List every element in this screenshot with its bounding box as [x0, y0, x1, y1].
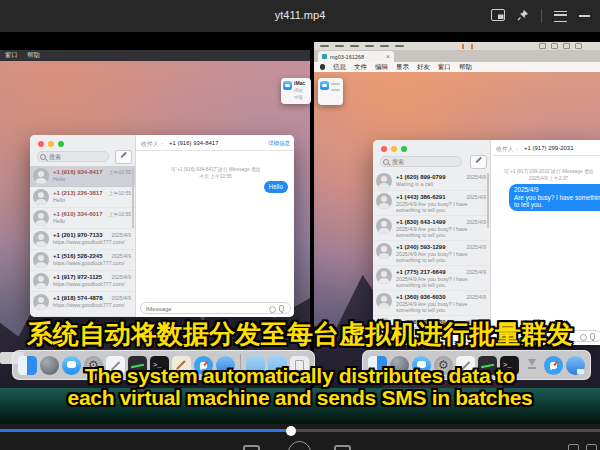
- volume-icon[interactable]: [568, 444, 579, 450]
- apple-logo-icon[interactable]: [320, 64, 325, 70]
- conversation-row[interactable]: +1 (775) 217-6649 2025/4/9 2025/4/9 Are …: [373, 266, 490, 291]
- traffic-lights[interactable]: [381, 146, 407, 152]
- notification-text: [331, 89, 340, 91]
- conversation-row[interactable]: +1 (918) 574-4878 2025/4/9 https://www.g…: [30, 292, 135, 317]
- conversation-row[interactable]: +1 (916) 934-8417 上午10:55 Hello: [30, 166, 135, 187]
- vmware-menu-item[interactable]: [350, 45, 359, 47]
- contact-number: +1 (917) 972-1125: [53, 274, 102, 280]
- fullscreen-icon[interactable]: [586, 444, 597, 450]
- play-pause-icon[interactable]: [288, 441, 311, 450]
- conversation-preview: https://www.goodluck777.com/: [53, 302, 132, 308]
- conversation-row[interactable]: +1 (443) 386-6291 2025/4/9 2025/4/9 Are …: [373, 191, 490, 216]
- search-input[interactable]: [380, 156, 462, 167]
- scrollbar[interactable]: [132, 168, 134, 228]
- conversation-row[interactable]: +1 (830) 643-1499 2025/4/9 2025/4/9 Are …: [373, 216, 490, 241]
- vm-layout-icon[interactable]: [551, 43, 558, 49]
- conversation-preview: Hello: [53, 197, 132, 203]
- emoji-icon[interactable]: [269, 306, 276, 313]
- menu-item[interactable]: 帮助: [27, 51, 40, 60]
- vm-pause-icon[interactable]: [462, 44, 473, 49]
- vmware-menu-item[interactable]: [320, 45, 329, 47]
- conversation-row[interactable]: +1 (201) 970-7133 2025/4/9 https://www.g…: [30, 229, 135, 250]
- close-icon[interactable]: ×: [386, 53, 390, 60]
- messages-window-left: +1 (916) 934-8417 上午10:55 Hello +1 (213)…: [30, 135, 294, 317]
- minimize-button[interactable]: [48, 141, 54, 147]
- menu-item[interactable]: 窗口: [5, 51, 18, 60]
- conversation-preview: https://www.goodluck777.com/: [53, 260, 132, 266]
- conversation-preview: 2025/4/9 Are you busy? I have something …: [396, 301, 487, 314]
- details-link[interactable]: 详细信息: [268, 140, 290, 147]
- conversation-time: 2025/4/9: [112, 253, 131, 259]
- conversation-time: 2025/4/9: [112, 232, 131, 238]
- menu-item[interactable]: 编辑: [375, 63, 388, 72]
- conversation-row[interactable]: +1 (240) 593-1299 2025/4/9 2025/4/9 Are …: [373, 241, 490, 266]
- conversation-row[interactable]: +1 (516) 528-2245 2025/4/9 https://www.g…: [30, 250, 135, 271]
- conversation-time: 2025/4/9: [467, 194, 486, 200]
- menu-item[interactable]: 窗口: [438, 63, 451, 72]
- conversation-preview: https://www.goodluck777.com/: [53, 239, 132, 245]
- zoom-button[interactable]: [58, 141, 64, 147]
- conversation-row[interactable]: +1 (610) 334-6017 上午10:55 Hello: [30, 208, 135, 229]
- vm-layout-icon[interactable]: [563, 43, 570, 49]
- contact-number: +1 (443) 386-6291: [396, 194, 446, 200]
- zoom-button[interactable]: [401, 146, 407, 152]
- vmware-menu-item[interactable]: [395, 45, 404, 47]
- skip-forward-icon[interactable]: [334, 445, 351, 450]
- pin-icon[interactable]: [517, 7, 529, 25]
- menu-item[interactable]: 显示: [396, 63, 409, 72]
- contact-number: +1 (516) 528-2245: [53, 253, 103, 259]
- avatar: [33, 210, 49, 226]
- conversation-preview: https://www.goodluck777.com/: [53, 281, 132, 287]
- skip-back-icon[interactable]: [243, 445, 260, 450]
- conversation-row[interactable]: +1 (620) 899-0799 2025/4/9 Waiting in a …: [373, 171, 490, 191]
- menu-item[interactable]: 好友: [417, 63, 430, 72]
- bubble-text: Are you busy? I have something to tell y…: [514, 194, 600, 209]
- vm-layout-icon[interactable]: [575, 43, 582, 49]
- conversation-preview: 2025/4/9 Are you busy? I have something …: [396, 251, 487, 264]
- chat-header: 收件人： +1 (917) 299-2031: [492, 140, 600, 156]
- contact-number: +1 (213) 226-3817: [53, 190, 103, 196]
- menu-item[interactable]: 帮助: [459, 63, 472, 72]
- messages-window-right: +1 (620) 899-0799 2025/4/9 Waiting in a …: [373, 140, 600, 345]
- contact-number: +1 (918) 574-4878: [53, 295, 103, 301]
- subtitle-english-line2: each virtual machine and sends SMS in ba…: [0, 386, 600, 410]
- menu-item[interactable]: 信息: [333, 63, 346, 72]
- message-input[interactable]: [144, 303, 252, 315]
- imessage-notification[interactable]: [318, 78, 343, 105]
- avatar: [33, 189, 49, 205]
- vmware-menu-item[interactable]: [380, 45, 389, 47]
- compose-button[interactable]: [115, 150, 132, 164]
- avatar: [376, 173, 392, 189]
- menu-item[interactable]: 文件: [354, 63, 367, 72]
- minimize-icon[interactable]: [579, 15, 590, 17]
- search-input[interactable]: [37, 151, 109, 162]
- close-button[interactable]: [38, 141, 44, 147]
- vmware-tab-strip: mg03-161268 ×: [314, 50, 600, 62]
- conversation-preview: Hello: [53, 176, 132, 182]
- avatar: [376, 268, 392, 284]
- traffic-lights[interactable]: [38, 141, 64, 147]
- mini-player-icon[interactable]: [491, 7, 505, 25]
- right-vm-menubar: 信息 文件 编辑 显示 好友 窗口 帮助: [314, 62, 600, 72]
- vmware-menu-item[interactable]: [365, 45, 374, 47]
- vmware-menu-item[interactable]: [335, 45, 344, 47]
- compose-button[interactable]: [470, 155, 487, 169]
- vm-layout-icon[interactable]: [539, 43, 546, 49]
- chat-pane: 收件人： +1 (916) 934-8417 详细信息 与“+1 (916) 9…: [137, 135, 294, 317]
- close-button[interactable]: [381, 146, 387, 152]
- vm-tab[interactable]: mg03-161268 ×: [318, 51, 394, 62]
- imessage-notification[interactable]: iMac 现在 中显: [281, 78, 311, 104]
- conversation-time: 2025/4/9: [112, 274, 131, 280]
- microphone-icon[interactable]: [279, 305, 284, 312]
- contact-number: +1 (830) 643-1499: [396, 219, 446, 225]
- conversation-time: 2025/4/9: [467, 269, 486, 275]
- seek-thumb[interactable]: [286, 426, 296, 436]
- conversation-row[interactable]: +1 (213) 226-3817 上午10:55 Hello: [30, 187, 135, 208]
- scrollbar[interactable]: [487, 173, 489, 228]
- conversation-time: 2025/4/9: [112, 295, 131, 301]
- minimize-button[interactable]: [391, 146, 397, 152]
- conversation-row[interactable]: +1 (917) 972-1125 2025/4/9 https://www.g…: [30, 271, 135, 292]
- menu-icon[interactable]: [554, 11, 567, 22]
- seek-fill: [0, 429, 291, 432]
- conversation-row[interactable]: +1 (360) 936-6030 2025/4/9 2025/4/9 Are …: [373, 291, 490, 316]
